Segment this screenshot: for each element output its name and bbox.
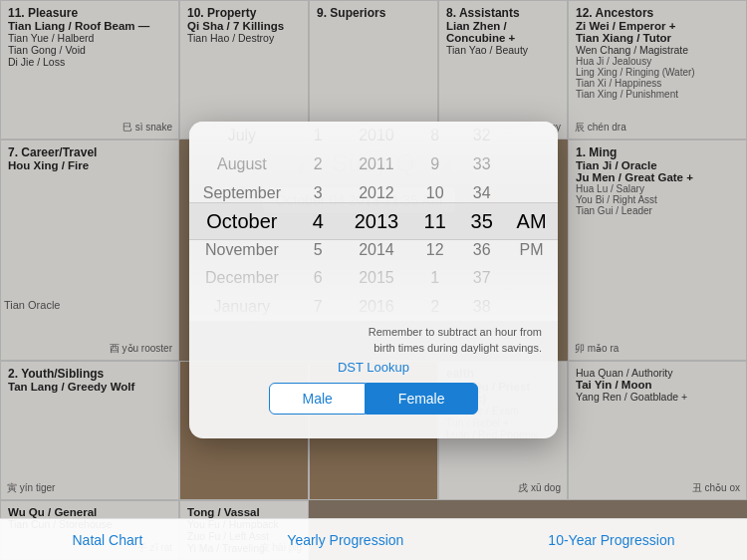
year-2011: 2011: [342, 150, 411, 179]
year-2016: 2016: [342, 293, 411, 322]
min-38: 38: [458, 293, 505, 322]
min-36: 36: [458, 235, 505, 264]
min-37: 37: [458, 264, 505, 293]
min-34: 34: [458, 178, 505, 207]
picker-area[interactable]: July August September October November D…: [189, 122, 558, 321]
tab-yearly-progression[interactable]: Yearly Progression: [271, 524, 419, 556]
year-2015: 2015: [342, 264, 411, 293]
modal-overlay: July August September October November D…: [0, 0, 747, 560]
day-6: 6: [295, 264, 342, 293]
hour-9: 9: [411, 150, 458, 179]
female-button[interactable]: Female: [366, 383, 478, 415]
year-2012: 2012: [342, 178, 411, 207]
min-35: 35: [458, 207, 505, 236]
male-button[interactable]: Male: [269, 383, 365, 415]
year-2010: 2010: [342, 122, 411, 150]
tab-natal-chart[interactable]: Natal Chart: [57, 524, 159, 556]
hour-2: 2: [411, 293, 458, 322]
hour-1: 1: [411, 264, 458, 293]
min-32: 32: [458, 122, 505, 150]
month-october: October: [189, 207, 295, 236]
day-4: 4: [295, 207, 342, 236]
year-column[interactable]: 2010 2011 2012 2013 2014 2015 2016: [342, 122, 411, 321]
day-7: 7: [295, 293, 342, 322]
tab-10year-progression[interactable]: 10-Year Progression: [532, 524, 690, 556]
ampm-blank4: [505, 264, 558, 293]
year-2014: 2014: [342, 235, 411, 264]
ampm-blank5: [505, 293, 558, 322]
ampm-blank2: [505, 150, 558, 179]
ampm-blank1: [505, 122, 558, 150]
ampm-column[interactable]: AM PM: [505, 122, 558, 321]
gender-row: Male Female: [189, 383, 558, 415]
hour-8: 8: [411, 122, 458, 150]
ampm-blank3: [505, 178, 558, 207]
reminder-text: Remember to subtract an hour frombirth t…: [189, 321, 558, 356]
dst-lookup-link[interactable]: DST Lookup: [189, 360, 558, 375]
date-picker-modal: July August September October November D…: [189, 122, 558, 438]
ampm-am: AM: [505, 207, 558, 236]
hour-11: 11: [411, 207, 458, 236]
day-1: 1: [295, 122, 342, 150]
hour-column[interactable]: 8 9 10 11 12 1 2: [411, 122, 458, 321]
minute-column[interactable]: 32 33 34 35 36 37 38: [458, 122, 505, 321]
min-33: 33: [458, 150, 505, 179]
hour-10: 10: [411, 178, 458, 207]
month-january: January: [189, 293, 295, 322]
year-2013: 2013: [342, 207, 411, 236]
day-3: 3: [295, 178, 342, 207]
picker-columns: July August September October November D…: [189, 122, 558, 321]
day-5: 5: [295, 235, 342, 264]
bottom-nav: Natal Chart Yearly Progression 10-Year P…: [0, 518, 747, 560]
month-december: December: [189, 264, 295, 293]
month-column[interactable]: July August September October November D…: [189, 122, 295, 321]
month-july: July: [189, 122, 295, 150]
day-2: 2: [295, 150, 342, 179]
hour-12: 12: [411, 235, 458, 264]
day-column[interactable]: 1 2 3 4 5 6 7: [295, 122, 342, 321]
ampm-pm: PM: [505, 235, 558, 264]
month-november: November: [189, 235, 295, 264]
month-august: August: [189, 150, 295, 179]
month-september: September: [189, 178, 295, 207]
